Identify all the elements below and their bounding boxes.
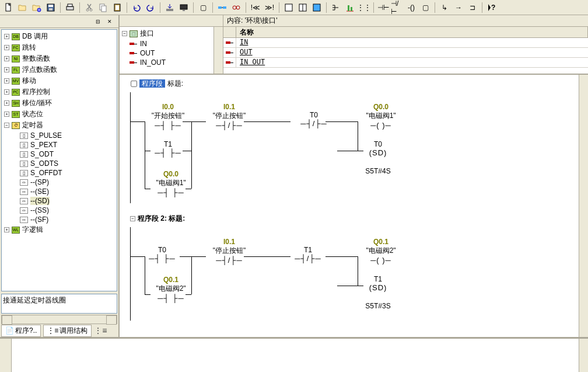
scrollbar-vertical[interactable] — [579, 75, 588, 337]
expander-icon[interactable] — [4, 67, 9, 72]
tree-item: ▯S_PEXT — [3, 140, 116, 150]
fl-icon: FL — [12, 67, 20, 74]
svg-rect-17 — [223, 6, 226, 9]
contact-no-icon[interactable]: ⊣⊢ — [377, 1, 390, 14]
coil-instr-icon: ‹› — [20, 198, 28, 204]
save-icon[interactable] — [44, 1, 57, 14]
svg-rect-4 — [49, 8, 52, 11]
cut-icon[interactable] — [83, 1, 96, 14]
timer-folder-icon: ⏱ — [12, 122, 20, 129]
expander-icon[interactable] — [4, 100, 9, 106]
struct2-icon[interactable] — [344, 1, 356, 14]
tree-item: ▯S_ODT — [3, 150, 116, 159]
expander-icon[interactable] — [4, 227, 9, 232]
more-tabs-icon[interactable]: ⋮≡ — [94, 326, 107, 335]
branch-down-icon[interactable]: ↳ — [438, 1, 451, 14]
struct-icon: ⋮≡ — [47, 326, 58, 335]
jump-first-icon[interactable]: !≪ — [249, 1, 262, 14]
box-icon[interactable]: ▢ — [419, 1, 432, 14]
paste-icon[interactable] — [111, 1, 124, 14]
tree-item: ‹›--(SD) — [3, 196, 116, 206]
jump-last-icon[interactable]: ≫! — [263, 1, 276, 14]
svg-point-20 — [236, 6, 240, 9]
instruction-icon: ▯ — [20, 170, 28, 176]
window2-icon[interactable] — [296, 1, 309, 14]
expander-icon[interactable] — [4, 45, 9, 50]
tree-item-timer: ⏱定时器 — [3, 120, 116, 131]
svg-point-19 — [233, 6, 236, 9]
window3-icon[interactable] — [310, 1, 323, 14]
glasses-icon[interactable] — [230, 1, 243, 14]
expander-icon[interactable] — [122, 31, 127, 36]
scrollbar-horizontal[interactable] — [1, 315, 117, 324]
struct1-icon[interactable] — [330, 1, 342, 14]
branch-close-icon[interactable]: ⊐ — [466, 1, 479, 14]
svg-rect-15 — [183, 10, 185, 11]
svg-point-1 — [37, 8, 41, 12]
sh-icon: SH — [12, 100, 20, 107]
undo-icon[interactable] — [130, 1, 143, 14]
network-icon[interactable] — [216, 1, 229, 14]
expander-icon[interactable] — [4, 56, 9, 61]
tree-item: ‹›--(SF) — [3, 215, 116, 224]
instruction-icon: ▯ — [20, 161, 28, 167]
fc-icon: FC — [12, 44, 20, 51]
pin-in-icon — [130, 41, 138, 47]
expander-icon[interactable] — [4, 112, 9, 117]
copy-icon[interactable] — [97, 1, 110, 14]
svg-rect-32 — [351, 7, 352, 11]
monitor-icon[interactable] — [177, 1, 190, 14]
mini-collapse-icon[interactable]: ⊟ — [93, 17, 103, 26]
segment-header[interactable]: 程序段 2: 标题: — [130, 214, 578, 224]
expander-icon[interactable] — [4, 78, 9, 84]
pin-icon — [226, 40, 234, 46]
print-icon[interactable] — [64, 1, 76, 14]
collapse-icon[interactable] — [130, 216, 135, 221]
svg-rect-3 — [48, 5, 53, 7]
redo-icon[interactable] — [144, 1, 157, 14]
scrollbar-vertical[interactable] — [579, 339, 588, 372]
download-icon[interactable] — [163, 1, 176, 14]
svg-rect-14 — [180, 5, 187, 9]
tree-item: MV移动 — [3, 75, 116, 86]
interface-icon: ⬚ — [130, 30, 138, 37]
open-alt-icon[interactable] — [30, 1, 43, 14]
new-icon[interactable] — [2, 1, 15, 14]
interface-table[interactable]: 名称 IN OUT IN OUT — [223, 27, 588, 74]
coil-instr-icon: ‹› — [20, 207, 28, 214]
main-toolbar: ▢ !≪ ≫! ⋮⋮ ⊣⊢ ⊣/⊢ -() ▢ ↳ → ⊐ ? — [0, 0, 588, 15]
svg-rect-5 — [66, 6, 74, 10]
word-logic-icon: WL — [12, 227, 20, 234]
branch-right-icon[interactable]: → — [452, 1, 465, 14]
view1-icon[interactable]: ▢ — [197, 1, 209, 14]
expander-icon[interactable] — [4, 123, 9, 128]
pin-inout-icon — [130, 60, 138, 65]
open-icon[interactable] — [16, 1, 29, 14]
output-tabs[interactable] — [0, 339, 12, 372]
struct3-icon[interactable]: ⋮⋮ — [358, 1, 370, 14]
pin-icon — [226, 60, 234, 65]
svg-rect-21 — [285, 4, 292, 11]
description-box: 接通延迟定时器线圈 — [1, 294, 117, 314]
contact-nc-icon[interactable]: ⊣/⊢ — [391, 1, 404, 14]
tab-structure[interactable]: ⋮≡调用结构 — [43, 325, 92, 337]
editor-panel: 内容: '环境\接口' ⬚接口 IN OUT IN_OUT 名称 IN OUT … — [120, 15, 588, 337]
tree-item: DBDB 调用 — [3, 31, 116, 42]
instruction-tree[interactable]: DBDB 调用 FC跳转 NI整数函数 FL浮点数函数 MV移动 PC程序控制 … — [1, 29, 117, 291]
interface-tree[interactable]: ⬚接口 IN OUT IN_OUT — [120, 27, 223, 74]
scrollbar-vertical[interactable] — [214, 27, 223, 74]
tab-program[interactable]: 📄程序?.. — [1, 325, 41, 337]
mini-close-icon[interactable]: ✕ — [104, 17, 115, 26]
tree-item: FC跳转 — [3, 42, 116, 53]
doc-icon: 📄 — [5, 326, 14, 335]
svg-rect-31 — [348, 5, 349, 11]
expander-icon[interactable] — [4, 89, 9, 95]
coil-icon[interactable]: -() — [405, 1, 418, 14]
tree-item: PC程序控制 — [3, 86, 116, 98]
ladder-editor[interactable]: ▢ 程序段 标题: I0.0"开始按钮"─┤ ├─ I0.1"停止按钮"─┤/├… — [120, 75, 588, 337]
coil-instr-icon: ‹› — [20, 217, 28, 223]
ni-icon: NI — [12, 55, 20, 62]
window1-icon[interactable] — [282, 1, 295, 14]
expander-icon[interactable] — [4, 34, 9, 39]
help-icon[interactable]: ? — [485, 1, 498, 14]
